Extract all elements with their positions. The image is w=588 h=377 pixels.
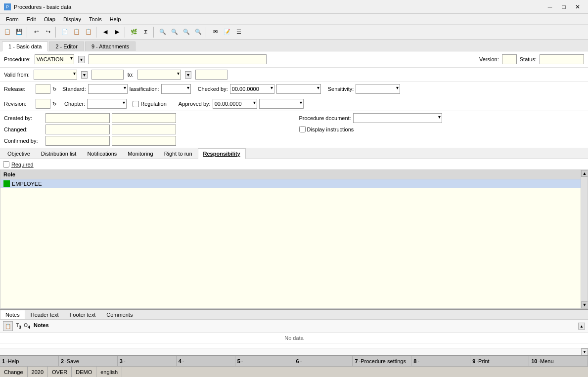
toolbar-save[interactable]: 💾 [14,27,25,38]
toolbar-refresh[interactable]: 🌿 [129,27,139,38]
panel-tabs-bar: Objective Distribution list Notification… [0,148,588,159]
funckey-7[interactable]: 7 -Procedure settings [353,356,411,366]
chapter-select[interactable] [87,99,127,109]
notes-scroll-down[interactable]: ▼ [581,348,588,355]
refresh-icon-release[interactable]: ↻ [52,86,56,92]
notes-icon1[interactable]: 📋 [3,321,13,331]
menu-tools[interactable]: Tools [85,15,106,23]
funckey-6[interactable]: 6 - [294,356,353,366]
menu-edit[interactable]: Edit [23,15,40,23]
toolbar-email[interactable]: ✉ [210,27,221,38]
confirmed-by-person[interactable]: Administrator 1 [112,136,176,146]
created-by-row: Created by: 2020-06-17 09:40:10 Administ… [4,113,289,123]
procedure-name-field[interactable]: Apply for vacation [89,54,267,64]
to-date[interactable]: 00.00.0000 [137,70,181,80]
menu-olap[interactable]: Olap [40,15,59,23]
funckey-9[interactable]: 9 -Print [470,356,529,366]
revision-label: Revision: [4,101,34,107]
funckey-4[interactable]: 4 - [177,356,235,366]
sensitivity-select[interactable] [356,84,400,94]
funckey-2[interactable]: 2 -Save [59,356,118,366]
toolbar-search2[interactable]: 🔍 [169,27,180,38]
scroll-up[interactable]: ▲ [581,170,588,177]
toolbar-new[interactable]: 📋 [2,27,13,38]
notes-scroll-up[interactable]: ▲ [578,323,585,330]
menu-display[interactable]: Display [59,15,85,23]
procedure-dropdown-btn[interactable]: ▾ [78,56,85,63]
maximize-button[interactable]: □ [557,1,570,12]
funckey-1[interactable]: 1 -Help [0,356,59,366]
menu-help[interactable]: Help [106,15,125,23]
release-field[interactable]: 1 [36,84,50,94]
toolbar-copy[interactable]: 📋 [71,27,82,38]
created-by-date[interactable]: 2020-06-17 09:40:10 [45,113,110,123]
valid-from-date[interactable]: 17.06.2020 [34,70,77,80]
toolbar-undo[interactable]: ↩ [31,27,42,38]
funckey-3[interactable]: 3 - [118,356,177,366]
procedure-doc-select[interactable] [353,113,442,123]
to-dropdown[interactable]: ▾ [185,71,191,79]
panel-tab-notifications[interactable]: Notifications [82,148,122,159]
panel-tab-objective[interactable]: Objective [2,148,36,159]
standard-select[interactable] [88,84,128,94]
notes-tab-footer[interactable]: Footer text [64,310,101,319]
toolbar-back[interactable]: ◀ [100,27,111,38]
refresh-icon-revision[interactable]: ↻ [52,101,56,107]
toolbar-fwd[interactable]: ▶ [112,27,123,38]
audit-left: Created by: 2020-06-17 09:40:10 Administ… [4,113,289,146]
tab-basic-data[interactable]: 1 - Basic data [2,42,48,51]
status-field[interactable]: Debugging [540,54,584,64]
close-button[interactable]: ✕ [571,1,584,12]
approved-by-date-select[interactable]: 00.00.0000 [213,99,257,109]
funckey-2-label: -Save [65,358,79,364]
changed-date[interactable]: 2020-06-17 10:54:57 [45,125,110,134]
notes-tab-header[interactable]: Header text [25,310,64,319]
valid-from-time[interactable]: 9:48:03 [91,70,124,80]
tab-attachments[interactable]: 9 - Attachments [85,42,136,51]
toolbar-page[interactable]: 📄 [59,27,70,38]
toolbar-search1[interactable]: 🔍 [157,27,168,38]
toolbar-sum[interactable]: Σ [140,27,151,38]
toolbar-paste[interactable]: 📋 [83,27,94,38]
table-row[interactable]: EMPLOYEE [0,179,581,188]
toolbar-edit[interactable]: 📝 [222,27,232,38]
minimize-button[interactable]: ─ [543,1,556,12]
panel-tab-distribution[interactable]: Distribution list [36,148,82,159]
created-by-person[interactable]: Administrator 1 [112,113,176,123]
approved-by-person-select[interactable] [259,99,304,109]
scroll-down[interactable]: ▼ [581,301,588,308]
panel-tab-responsibility[interactable]: Responsibility [198,148,246,159]
notes-tab-comments[interactable]: Comments [101,310,138,319]
notes-tab-notes[interactable]: Notes [0,310,25,319]
toolbar-menu[interactable]: ☰ [233,27,244,38]
checked-by-person-select[interactable] [276,84,321,94]
procedure-code-field[interactable] [35,54,74,64]
menu-form[interactable]: Form [2,15,23,23]
changed-person[interactable]: Administrator 1 [112,125,176,134]
role-table-scrollbar[interactable]: ▲ ▼ [581,170,588,308]
toolbar-sep-2 [55,27,57,38]
version-field[interactable]: 1 [502,54,517,64]
funckey-8[interactable]: 8 - [411,356,470,366]
to-time[interactable]: 0:00:00 [195,70,227,80]
panel-tab-right-to-run[interactable]: Right to run [159,148,198,159]
toolbar-search4[interactable]: 🔍 [193,27,204,38]
display-instructions-checkbox[interactable] [299,126,306,132]
toolbar-search3[interactable]: 🔍 [181,27,192,38]
release-row: Release: 1 ↻ Standard: lassification: Ch… [4,84,584,94]
valid-from-dropdown[interactable]: ▾ [81,71,88,79]
toolbar-redo[interactable]: ↪ [43,27,53,38]
confirmed-by-date[interactable]: 2020-06-17 09:48:35 [45,136,110,146]
checked-by-date-select[interactable]: 00.00.0000 [230,84,274,94]
to-label: to: [128,72,134,78]
chapter-wrapper [87,99,127,109]
regulation-checkbox[interactable] [133,101,139,107]
classification-select[interactable] [161,84,191,94]
revision-field[interactable]: 1 [36,99,50,109]
panel-tab-monitoring[interactable]: Monitoring [122,148,158,159]
checked-by-label: Checked by: [198,86,228,92]
funckey-10[interactable]: 10 -Menu [529,356,588,366]
required-checkbox[interactable] [3,161,9,168]
tab-editor[interactable]: 2 - Editor [49,42,84,51]
funckey-5[interactable]: 5 - [235,356,294,366]
